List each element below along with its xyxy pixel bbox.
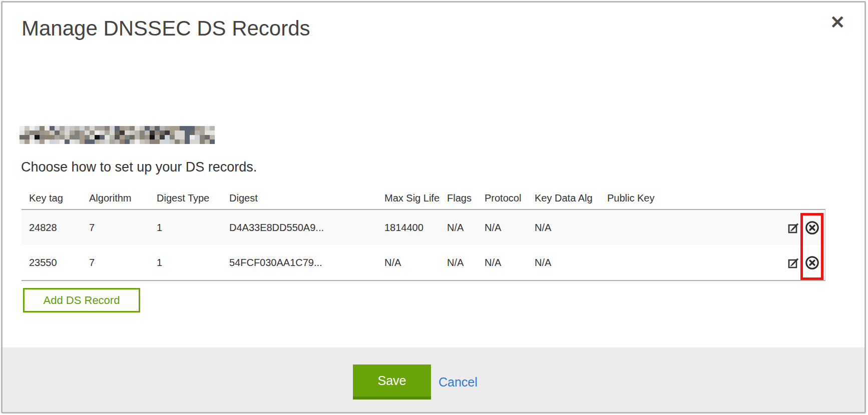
table-row: 24828 7 1 D4A33E8DD550A9... 1814400 N/A … xyxy=(22,210,825,245)
cell-digest: 54FCF030AA1C79... xyxy=(222,245,377,280)
col-header-key-tag: Key tag xyxy=(22,188,82,210)
col-header-protocol: Protocol xyxy=(477,188,527,210)
edit-record-button[interactable] xyxy=(787,256,800,269)
cancel-link[interactable]: Cancel xyxy=(439,375,478,390)
redacted-domain-name xyxy=(20,126,215,144)
delete-record-button[interactable] xyxy=(804,255,820,270)
cell-key-data-alg: N/A xyxy=(527,210,600,245)
cell-key-tag: 23550 xyxy=(22,245,82,280)
ds-records-table: Key tag Algorithm Digest Type Digest Max… xyxy=(22,188,825,281)
cell-protocol: N/A xyxy=(477,245,527,280)
col-header-flags: Flags xyxy=(440,188,477,210)
col-header-digest: Digest xyxy=(222,188,377,210)
instruction-text: Choose how to set up your DS records. xyxy=(21,160,257,175)
edit-pencil-square-icon xyxy=(787,256,800,269)
save-button[interactable]: Save xyxy=(353,364,431,400)
cell-algorithm: 7 xyxy=(82,245,149,280)
col-header-algorithm: Algorithm xyxy=(82,188,149,210)
delete-record-button[interactable] xyxy=(804,220,820,236)
page-title: Manage DNSSEC DS Records xyxy=(22,16,310,40)
close-button[interactable]: ✕ xyxy=(826,12,848,34)
cell-flags: N/A xyxy=(440,210,477,245)
cell-flags: N/A xyxy=(440,245,477,280)
cell-max-sig-life: 1814400 xyxy=(377,210,440,245)
dnssec-modal: Manage DNSSEC DS Records ✕ Choose how to… xyxy=(1,1,866,414)
cell-digest-type: 1 xyxy=(149,245,222,280)
cell-max-sig-life: N/A xyxy=(377,245,440,280)
circle-x-icon xyxy=(804,220,820,236)
cell-public-key xyxy=(600,245,727,280)
cell-key-data-alg: N/A xyxy=(527,245,600,280)
col-header-key-data-alg: Key Data Alg xyxy=(527,188,600,210)
table-row: 23550 7 1 54FCF030AA1C79... N/A N/A N/A … xyxy=(22,245,825,280)
add-ds-record-button[interactable]: Add DS Record xyxy=(23,288,140,312)
edit-record-button[interactable] xyxy=(787,222,800,234)
close-x-icon: ✕ xyxy=(830,12,845,32)
cell-digest-type: 1 xyxy=(149,210,222,245)
cell-key-tag: 24828 xyxy=(22,210,82,245)
cell-public-key xyxy=(600,210,727,245)
cell-protocol: N/A xyxy=(477,210,527,245)
cell-algorithm: 7 xyxy=(82,210,149,245)
cell-digest: D4A33E8DD550A9... xyxy=(222,210,377,245)
col-header-actions xyxy=(727,188,825,210)
edit-pencil-square-icon xyxy=(787,222,800,234)
circle-x-icon xyxy=(804,255,820,270)
col-header-digest-type: Digest Type xyxy=(149,188,222,210)
modal-footer: Save Cancel xyxy=(3,348,864,412)
table-header-row: Key tag Algorithm Digest Type Digest Max… xyxy=(22,188,825,210)
col-header-public-key: Public Key xyxy=(600,188,727,210)
col-header-max-sig-life: Max Sig Life xyxy=(377,188,440,210)
